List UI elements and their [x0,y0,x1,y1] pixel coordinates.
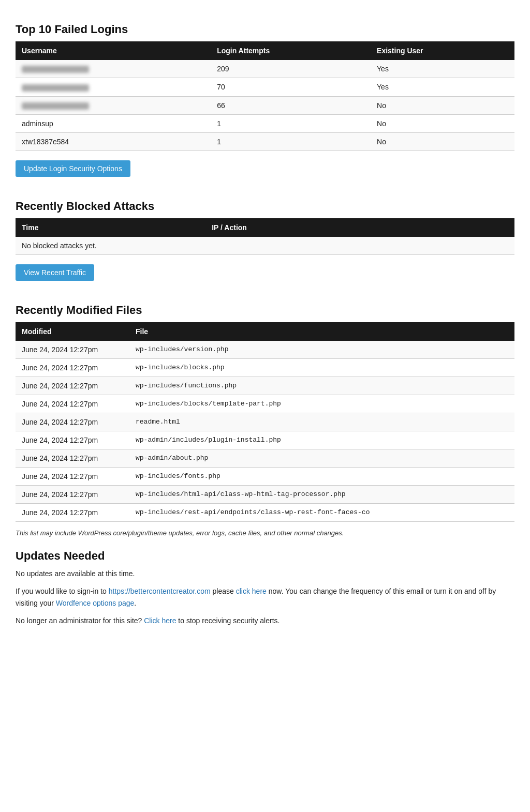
cell-existing: No [371,132,514,151]
no-updates-text: No updates are available at this time. [16,568,514,579]
blocked-attacks-table: Time IP / Action No blocked attacks yet. [16,218,514,255]
cell-modified: June 24, 2024 12:27pm [16,449,129,467]
table-row: June 24, 2024 12:27pmwp-includes/html-ap… [16,485,514,503]
table-row: 66No [16,96,514,114]
col-existing-user: Existing User [371,41,514,60]
signin-text-before: If you would like to sign-in to [16,587,109,595]
admin-paragraph: No longer an administrator for this site… [16,615,514,626]
cell-attempts: 209 [211,60,371,78]
signin-url-link[interactable]: https://bettercontentcreator.com [109,587,211,595]
recently-blocked-title: Recently Blocked Attacks [16,200,514,213]
failed-logins-table: Username Login Attempts Existing User 20… [16,41,514,151]
cell-existing: Yes [371,78,514,96]
col-ip-action: IP / Action [205,218,514,237]
cell-username [16,60,211,78]
wordfence-options-link[interactable]: Wordfence options page [56,599,135,607]
table-row: June 24, 2024 12:27pmwp-includes/blocks/… [16,395,514,413]
modified-files-footnote: This list may include WordPress core/plu… [16,529,514,537]
cell-modified: June 24, 2024 12:27pm [16,503,129,521]
view-recent-traffic-button[interactable]: View Recent Traffic [16,264,94,281]
cell-modified: June 24, 2024 12:27pm [16,395,129,413]
cell-file: wp-admin/includes/plugin-install.php [129,431,514,449]
table-row: No blocked attacks yet. [16,237,514,255]
table-row: adminsup1No [16,114,514,132]
cell-modified: June 24, 2024 12:27pm [16,341,129,359]
cell-attempts: 1 [211,114,371,132]
updates-needed-section: Updates Needed No updates are available … [16,549,514,627]
cell-file: wp-includes/rest-api/endpoints/class-wp-… [129,503,514,521]
table-row: June 24, 2024 12:27pmreadme.html [16,413,514,431]
admin-text-after: to stop receiving security alerts. [176,616,279,625]
cell-file: wp-includes/version.php [129,341,514,359]
table-row: June 24, 2024 12:27pmwp-includes/functio… [16,377,514,395]
click-here-link[interactable]: click here [236,587,267,595]
no-blocked-message: No blocked attacks yet. [16,237,514,255]
recently-modified-title: Recently Modified Files [16,304,514,317]
table-row: June 24, 2024 12:27pmwp-includes/fonts.p… [16,467,514,485]
cell-modified: June 24, 2024 12:27pm [16,431,129,449]
table-row: June 24, 2024 12:27pmwp-admin/includes/p… [16,431,514,449]
cell-modified: June 24, 2024 12:27pm [16,485,129,503]
cell-modified: June 24, 2024 12:27pm [16,467,129,485]
cell-file: wp-includes/functions.php [129,377,514,395]
table-row: June 24, 2024 12:27pmwp-admin/about.php [16,449,514,467]
table-row: June 24, 2024 12:27pmwp-includes/rest-ap… [16,503,514,521]
col-time: Time [16,218,205,237]
cell-existing: Yes [371,60,514,78]
signin-paragraph: If you would like to sign-in to https://… [16,585,514,609]
cell-username: xtw18387e584 [16,132,211,151]
cell-file: wp-includes/fonts.php [129,467,514,485]
cell-existing: No [371,96,514,114]
table-row: 70Yes [16,78,514,96]
cell-attempts: 70 [211,78,371,96]
cell-username [16,78,211,96]
updates-needed-title: Updates Needed [16,549,514,563]
cell-modified: June 24, 2024 12:27pm [16,358,129,377]
cell-existing: No [371,114,514,132]
cell-file: wp-includes/blocks.php [129,358,514,377]
col-username: Username [16,41,211,60]
col-modified: Modified [16,322,129,341]
cell-username [16,96,211,114]
table-row: June 24, 2024 12:27pmwp-includes/version… [16,341,514,359]
cell-username: adminsup [16,114,211,132]
cell-file: wp-includes/blocks/template-part.php [129,395,514,413]
table-row: 209Yes [16,60,514,78]
cell-modified: June 24, 2024 12:27pm [16,413,129,431]
table-row: xtw18387e5841No [16,132,514,151]
table-row: June 24, 2024 12:27pmwp-includes/blocks.… [16,358,514,377]
col-login-attempts: Login Attempts [211,41,371,60]
cell-attempts: 1 [211,132,371,151]
col-file: File [129,322,514,341]
top-failed-logins-section: Top 10 Failed Logins Username Login Atte… [16,23,514,187]
modified-files-table: Modified File June 24, 2024 12:27pmwp-in… [16,322,514,522]
admin-text: No longer an administrator for this site… [16,616,144,625]
recently-modified-section: Recently Modified Files Modified File Ju… [16,304,514,537]
recently-blocked-section: Recently Blocked Attacks Time IP / Actio… [16,200,514,291]
update-login-security-button[interactable]: Update Login Security Options [16,160,130,177]
cell-file: wp-admin/about.php [129,449,514,467]
signin-text-mid: please [211,587,236,595]
cell-file: wp-includes/html-api/class-wp-html-tag-p… [129,485,514,503]
cell-modified: June 24, 2024 12:27pm [16,377,129,395]
cell-file: readme.html [129,413,514,431]
top-failed-logins-title: Top 10 Failed Logins [16,23,514,36]
cell-attempts: 66 [211,96,371,114]
click-here-stop-link[interactable]: Click here [144,616,176,625]
